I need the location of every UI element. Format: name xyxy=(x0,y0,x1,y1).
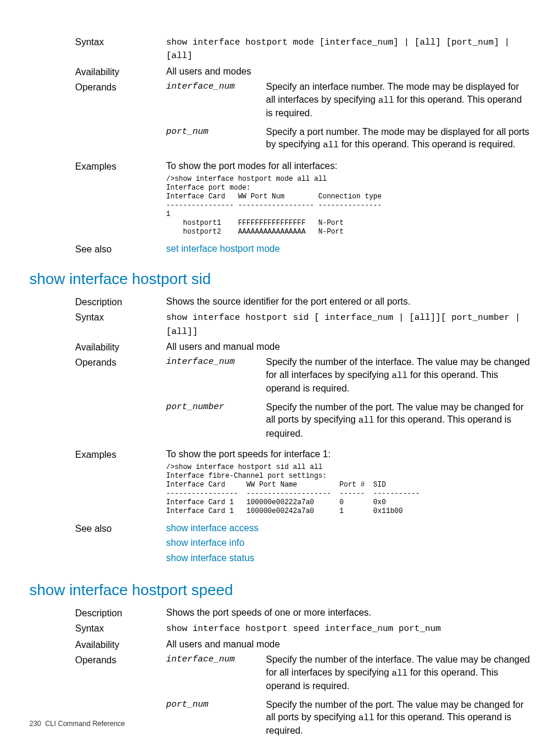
description-label: Description xyxy=(75,606,166,620)
operands-row: Operands interface_num Specify the numbe… xyxy=(75,356,531,445)
operand-item: interface_num Specify the number of the … xyxy=(166,356,531,394)
availability-value: All users and manual mode xyxy=(166,638,531,652)
syntax-row: Syntax show interface hostport sid [ int… xyxy=(75,310,531,338)
description-label: Description xyxy=(75,295,166,309)
availability-value: All users and manual mode xyxy=(166,340,531,354)
description-row: Description Shows the port speeds of one… xyxy=(75,606,531,620)
description-value: Shows the source identifier for the port… xyxy=(166,295,531,309)
footer-title: CLI Command Reference xyxy=(45,720,125,728)
operand-name: port_num xyxy=(166,126,266,152)
operands-label: Operands xyxy=(75,80,166,157)
operand-desc: Specify the number of the interface. The… xyxy=(266,653,531,692)
see-also-row: See also show interface access show inte… xyxy=(75,522,531,567)
examples-row: Examples To show the port modes for all … xyxy=(75,160,531,240)
availability-row: Availability All users and modes xyxy=(75,65,531,79)
page-number: 230 xyxy=(29,720,41,728)
syntax-value: show interface hostport sid [ interface_… xyxy=(166,310,531,338)
syntax-value: show interface hostport speed interface_… xyxy=(166,622,531,635)
availability-label: Availability xyxy=(75,65,166,79)
operands-label: Operands xyxy=(75,653,166,743)
examples-intro: To show the port speeds for interface 1: xyxy=(166,448,531,461)
operands-row: Operands interface_num Specify an interf… xyxy=(75,80,531,157)
operand-desc: Specify a port number. The mode may be d… xyxy=(266,126,531,152)
syntax-row: Syntax show interface hostport speed int… xyxy=(75,622,531,635)
operand-desc: Specify the number of the port. The valu… xyxy=(266,698,531,737)
operands-row: Operands interface_num Specify the numbe… xyxy=(75,653,531,743)
examples-row: Examples To show the port speeds for int… xyxy=(75,448,531,519)
availability-row: Availability All users and manual mode xyxy=(75,340,531,354)
description-value: Shows the port speeds of one or more int… xyxy=(166,606,531,620)
syntax-label: Syntax xyxy=(75,622,166,635)
examples-label: Examples xyxy=(75,448,166,519)
see-also-row: See also set interface hostport mode xyxy=(75,242,531,256)
syntax-label: Syntax xyxy=(75,310,166,338)
syntax-label: Syntax xyxy=(75,35,166,63)
operand-desc: Specify the number of the port. The valu… xyxy=(266,401,531,440)
page-footer: 230 CLI Command Reference xyxy=(29,719,125,728)
availability-label: Availability xyxy=(75,340,166,354)
see-also-link[interactable]: show interface info xyxy=(166,538,244,548)
operand-item: interface_num Specify an interface numbe… xyxy=(166,80,531,119)
operands-label: Operands xyxy=(75,356,166,445)
availability-label: Availability xyxy=(75,638,166,652)
see-also-link[interactable]: show interface status xyxy=(166,553,254,563)
examples-intro: To show the port modes for all interface… xyxy=(166,160,531,173)
operand-name: interface_num xyxy=(166,653,266,692)
operand-item: port_number Specify the number of the po… xyxy=(166,401,531,440)
operand-item: port_num Specify the number of the port.… xyxy=(166,698,531,737)
operand-desc: Specify an interface number. The mode ma… xyxy=(266,80,531,119)
operand-name: interface_num xyxy=(166,80,266,119)
syntax-row: Syntax show interface hostport mode [int… xyxy=(75,35,531,63)
examples-label: Examples xyxy=(75,160,166,240)
operand-name: port_num xyxy=(166,698,266,737)
see-also-label: See also xyxy=(75,242,166,256)
syntax-value: show interface hostport mode [interface_… xyxy=(166,35,531,63)
operand-name: interface_num xyxy=(166,356,266,394)
operand-item: port_num Specify a port number. The mode… xyxy=(166,126,531,152)
examples-code: />show interface hostport mode all all I… xyxy=(166,175,531,237)
operand-item: interface_num Specify the number of the … xyxy=(166,653,531,692)
section-heading-speed: show interface hostport speed xyxy=(29,580,531,600)
see-also-link[interactable]: set interface hostport mode xyxy=(166,244,280,254)
operand-desc: Specify the number of the interface. The… xyxy=(266,356,531,394)
see-also-label: See also xyxy=(75,522,166,567)
availability-row: Availability All users and manual mode xyxy=(75,638,531,652)
availability-value: All users and modes xyxy=(166,65,531,79)
description-row: Description Shows the source identifier … xyxy=(75,295,531,309)
section-heading-sid: show interface hostport sid xyxy=(29,269,531,289)
examples-code: />show interface hostport sid all all In… xyxy=(166,463,531,516)
operand-name: port_number xyxy=(166,401,266,440)
see-also-link[interactable]: show interface access xyxy=(166,523,258,533)
